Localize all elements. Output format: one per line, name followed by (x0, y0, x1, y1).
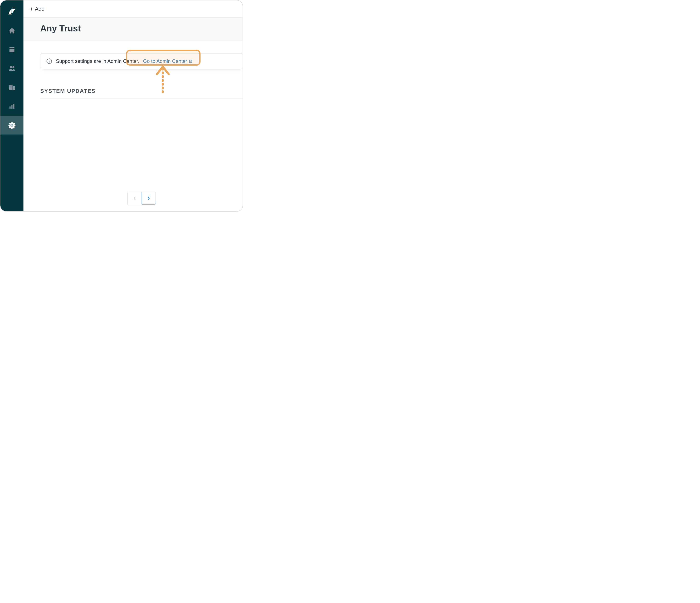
info-icon (46, 58, 52, 64)
bar-chart-icon (8, 103, 16, 110)
admin-center-notice: Support settings are in Admin Center. Go… (40, 53, 243, 69)
content-area: Support settings are in Admin Center. Go… (23, 41, 243, 211)
gear-icon (8, 121, 16, 129)
sidebar-item-home[interactable] (0, 21, 23, 40)
admin-center-link-label: Go to Admin Center (143, 58, 187, 64)
sidebar-item-customers[interactable] (0, 59, 23, 78)
buildings-icon (8, 83, 16, 91)
topbar: + Add (23, 0, 243, 18)
views-icon (8, 46, 16, 53)
app-window: + Add Any Trust Support settings are in … (0, 0, 243, 211)
svg-rect-2 (49, 61, 49, 62)
sidebar-item-reporting[interactable] (0, 97, 23, 116)
pagination-next-button[interactable] (142, 192, 156, 204)
add-button-label: Add (35, 6, 44, 12)
admin-center-link[interactable]: Go to Admin Center (143, 58, 193, 64)
sidebar-item-views[interactable] (0, 40, 23, 59)
add-button[interactable]: + Add (28, 4, 47, 14)
notice-text: Support settings are in Admin Center. (56, 58, 139, 64)
pagination-prev-button (128, 192, 142, 205)
chevron-left-icon (133, 197, 136, 200)
sidebar-item-admin[interactable] (0, 116, 23, 134)
product-logo[interactable] (6, 5, 18, 17)
plus-icon: + (30, 6, 33, 12)
chevron-right-icon (148, 196, 150, 200)
pagination (127, 192, 156, 205)
system-updates-heading: SYSTEM UPDATES (40, 88, 243, 99)
page-header: Any Trust (23, 18, 243, 41)
svg-point-1 (49, 60, 49, 60)
sidebar-item-organizations[interactable] (0, 78, 23, 97)
sidebar (0, 0, 23, 211)
zendesk-logo-icon (8, 7, 16, 15)
main-area: + Add Any Trust Support settings are in … (23, 0, 243, 211)
people-icon (8, 65, 16, 72)
page-title: Any Trust (40, 23, 243, 33)
external-link-icon (189, 59, 193, 63)
home-icon (8, 27, 16, 34)
